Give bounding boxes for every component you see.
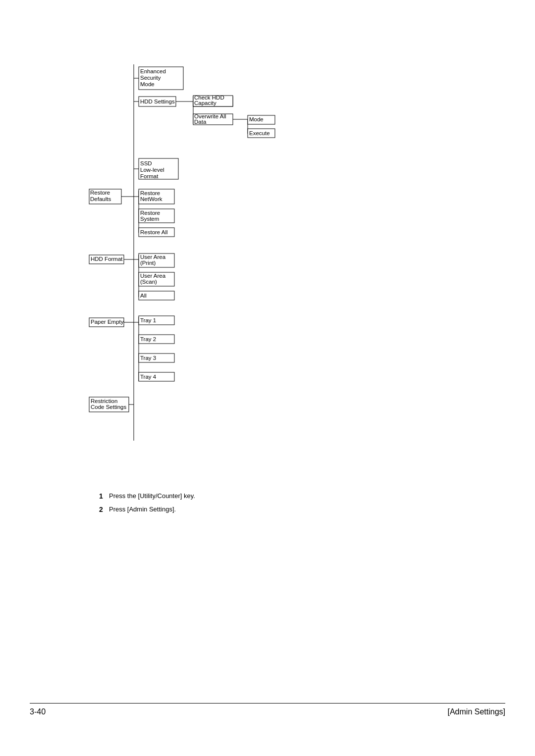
svg-text:Tray 3: Tray 3 xyxy=(140,355,156,361)
svg-text:Capacity: Capacity xyxy=(194,100,216,106)
step-2-number: 2 xyxy=(99,504,106,516)
footer-content: 3-40 [Admin Settings] xyxy=(0,704,535,716)
diagram-svg: Enhanced Security Mode HDD Settings Chec… xyxy=(84,64,391,470)
svg-text:System: System xyxy=(140,216,159,222)
svg-text:NetWork: NetWork xyxy=(140,196,162,202)
svg-text:User Area: User Area xyxy=(140,273,166,279)
step-1: 1 Press the [Utility/Counter] key. xyxy=(99,490,195,503)
svg-text:User Area: User Area xyxy=(140,254,166,260)
page-number: 3-40 xyxy=(30,707,46,716)
svg-text:Tray 2: Tray 2 xyxy=(140,336,156,342)
svg-text:Restriction: Restriction xyxy=(91,398,117,404)
svg-text:SSD: SSD xyxy=(140,160,152,166)
svg-text:Security: Security xyxy=(140,75,161,81)
svg-text:HDD Format: HDD Format xyxy=(91,256,123,262)
step-1-number: 1 xyxy=(99,490,106,503)
svg-text:Execute: Execute xyxy=(249,130,270,136)
svg-text:Restore: Restore xyxy=(140,210,160,216)
svg-text:Defaults: Defaults xyxy=(90,196,111,202)
step-1-text: Press the [Utility/Counter] key. xyxy=(109,490,195,502)
svg-text:HDD Settings: HDD Settings xyxy=(140,99,175,104)
svg-text:Mode: Mode xyxy=(140,81,155,87)
footer-area: 3-40 [Admin Settings] xyxy=(0,703,535,716)
svg-text:Format: Format xyxy=(140,173,159,179)
svg-text:(Print): (Print) xyxy=(140,260,156,266)
section-title: [Admin Settings] xyxy=(448,707,506,716)
svg-text:Low-level: Low-level xyxy=(140,167,164,173)
svg-text:Restore: Restore xyxy=(140,190,160,196)
step-2-text: Press [Admin Settings]. xyxy=(109,504,176,515)
step-2: 2 Press [Admin Settings]. xyxy=(99,504,195,516)
steps-area: 1 Press the [Utility/Counter] key. 2 Pre… xyxy=(99,490,195,692)
svg-text:Restore All: Restore All xyxy=(140,229,168,235)
svg-text:Data: Data xyxy=(194,119,207,125)
svg-text:Paper Empty: Paper Empty xyxy=(91,319,124,325)
svg-text:Mode: Mode xyxy=(249,116,264,122)
svg-text:All: All xyxy=(140,293,147,299)
svg-text:Enhanced: Enhanced xyxy=(140,68,166,74)
svg-text:Restore: Restore xyxy=(90,190,110,196)
page-container: Enhanced Security Mode HDD Settings Chec… xyxy=(0,0,535,756)
svg-text:Code Settings: Code Settings xyxy=(91,404,126,410)
svg-text:Tray 1: Tray 1 xyxy=(140,317,156,323)
svg-text:(Scan): (Scan) xyxy=(140,279,157,285)
svg-text:Tray 4: Tray 4 xyxy=(140,374,157,380)
